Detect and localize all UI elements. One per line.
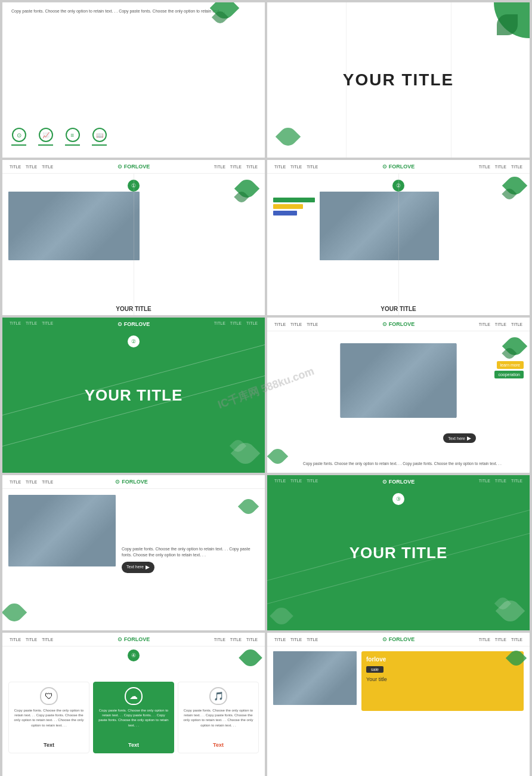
shield-card-text-1: Copy paste fonts. Choose the only option…	[14, 708, 84, 728]
handshake-body-text: Copy paste fonts. Choose the only option…	[303, 461, 524, 467]
nav-6-t6: TITLE	[511, 322, 522, 327]
icon-item-1: ⊙	[11, 128, 26, 146]
nav-10-left: TITLE TITLE TITLE	[274, 638, 318, 642]
leaf-bottom-left	[276, 124, 301, 149]
svg-rect-11	[320, 233, 439, 260]
svg-rect-30	[279, 680, 351, 705]
logo-6-name: FORLOVE	[389, 321, 415, 327]
meeting-photo-svg	[8, 192, 140, 260]
g-logo-name: FORLOVE	[124, 321, 150, 327]
svg-point-12	[369, 201, 390, 218]
svg-point-16	[410, 362, 426, 378]
logo-10-name: FORLOVE	[389, 636, 415, 642]
svg-rect-0	[8, 192, 140, 260]
icon-line-1	[11, 144, 26, 146]
green2-nav: TITLE TITLE TITLE ⊙ FORLOVE TITLE TITLE …	[267, 475, 530, 488]
logo-6-icon: ⊙	[382, 321, 387, 327]
shield-card-text-2: Copy paste fonts. Choose the only option…	[98, 708, 169, 728]
green2-nav-right: TITLE TITLE TITLE	[479, 479, 522, 485]
handshake-content: learn more cooperation Text here ▶ Copy …	[267, 331, 530, 473]
slide-team-bars: TITLE TITLE TITLE ⊙ FORLOVE TITLE TITLE …	[267, 160, 530, 315]
nav-right-4: TITLE TITLE TITLE	[479, 165, 522, 169]
shield-card-3: 🎵 Copy paste fonts. Choose the only opti…	[178, 682, 259, 753]
nav-left-4: TITLE TITLE TITLE	[274, 165, 318, 169]
nav-6-t4: TITLE	[479, 322, 490, 327]
svg-point-21	[37, 512, 51, 526]
sale-btn[interactable]: sale	[366, 666, 383, 673]
nav-6-right: TITLE TITLE TITLE	[479, 322, 522, 327]
nav-logo-4: ⊙ FORLOVE	[382, 164, 415, 170]
yellow-photo	[273, 651, 357, 705]
nav-10-right: TITLE TITLE TITLE	[479, 638, 522, 642]
shield-leaf-1	[239, 646, 262, 670]
shield-icon-1: 🛡	[40, 687, 58, 705]
nav-6-t2: TITLE	[290, 322, 302, 327]
svg-point-8	[348, 214, 363, 229]
cloud-icon: ☁	[125, 687, 143, 705]
text-here-label-7: Text here	[126, 564, 144, 571]
bottom-icons-row: 👤 👥 👤 👤 +	[267, 772, 530, 776]
nav-4-t3: TITLE	[307, 165, 318, 169]
handshake-photo	[341, 343, 457, 418]
team-photo-svg	[320, 192, 439, 260]
nav-item-title-2: TITLE	[26, 165, 37, 169]
list-icon: ≡	[66, 128, 80, 142]
slide-text-icons: Copy paste fonts. Choose the only option…	[2, 2, 265, 158]
icon-item-4: 📖	[92, 128, 107, 146]
photo-text-photo	[8, 495, 116, 566]
shields-content: ④ 🛡 Copy paste fonts. Choose the only op…	[2, 646, 265, 776]
nav-item-title-5: TITLE	[230, 165, 242, 169]
g2-t3: TITLE	[307, 479, 318, 485]
chart-icon: 📈	[39, 128, 53, 142]
nav-10-t6: TITLE	[511, 638, 522, 642]
green-hero-nav: TITLE TITLE TITLE ⊙ FORLOVE TITLE TITLE …	[2, 318, 265, 331]
nav-7-t2: TITLE	[26, 480, 37, 484]
svg-rect-26	[273, 651, 357, 705]
diag-line-2	[451, 2, 451, 158]
green-hero-title: YOUR TITLE	[85, 386, 183, 405]
nav-9-t4: TITLE	[214, 638, 225, 642]
text-here-button[interactable]: Text here ▶	[443, 433, 476, 443]
nav-9-t1: TITLE	[10, 638, 21, 642]
green2-hero-title: YOUR TITLE	[349, 544, 448, 562]
slide-handshake: TITLE TITLE TITLE ⊙ FORLOVE TITLE TITLE …	[267, 318, 530, 473]
svg-point-15	[371, 362, 388, 378]
nav-right-items: TITLE TITLE TITLE	[214, 165, 258, 169]
forlove-title: forlove	[366, 656, 519, 663]
nav-item-title-6: TITLE	[246, 165, 258, 169]
nav-7-left: TITLE TITLE TITLE	[10, 480, 53, 484]
icon-item-2: 📈	[38, 128, 53, 146]
svg-rect-7	[320, 192, 439, 260]
shield-card-1: 🛡 Copy paste fonts. Choose the only opti…	[8, 682, 89, 753]
green-hero-logo: ⊙ FORLOVE	[117, 321, 150, 327]
g2-logo-icon: ⊙	[382, 479, 387, 485]
logo-name-4: FORLOVE	[389, 164, 415, 170]
g2-t4: TITLE	[479, 479, 490, 485]
nav-6-t3: TITLE	[307, 322, 318, 327]
globe-icon: ⊙	[12, 128, 26, 142]
nav-10-t4: TITLE	[479, 638, 490, 642]
meeting-photo	[8, 192, 140, 260]
text-here-btn-7[interactable]: Text here ▶	[122, 562, 154, 574]
nav-logo-6: ⊙ FORLOVE	[382, 321, 415, 327]
slide-hero-title: YOUR TITLE	[267, 2, 530, 158]
nav-logo-10: ⊙ FORLOVE	[382, 636, 415, 642]
nav-6-t1: TITLE	[274, 322, 286, 327]
music-icon: 🎵	[209, 687, 227, 705]
nav-logo-9: ⊙ FORLOVE	[117, 636, 150, 642]
arrow-right-icon: ▶	[467, 435, 471, 441]
logo-icon-3: ⊙	[117, 164, 122, 170]
logo-10-icon: ⊙	[382, 636, 387, 642]
handshake-svg	[341, 343, 457, 418]
icon-line-2	[38, 144, 53, 146]
svg-rect-13	[341, 343, 457, 418]
icon-line-3	[65, 144, 80, 146]
nav-4-t2: TITLE	[290, 165, 302, 169]
svg-point-23	[79, 512, 93, 526]
slide3-content: ①	[2, 174, 265, 315]
green2-logo: ⊙ FORLOVE	[382, 479, 415, 485]
nav-bar-9: TITLE TITLE TITLE ⊙ FORLOVE TITLE TITLE …	[2, 633, 265, 646]
g2-t1: TITLE	[274, 479, 286, 485]
green2-nav-left: TITLE TITLE TITLE	[274, 479, 318, 485]
svg-rect-25	[273, 651, 357, 705]
